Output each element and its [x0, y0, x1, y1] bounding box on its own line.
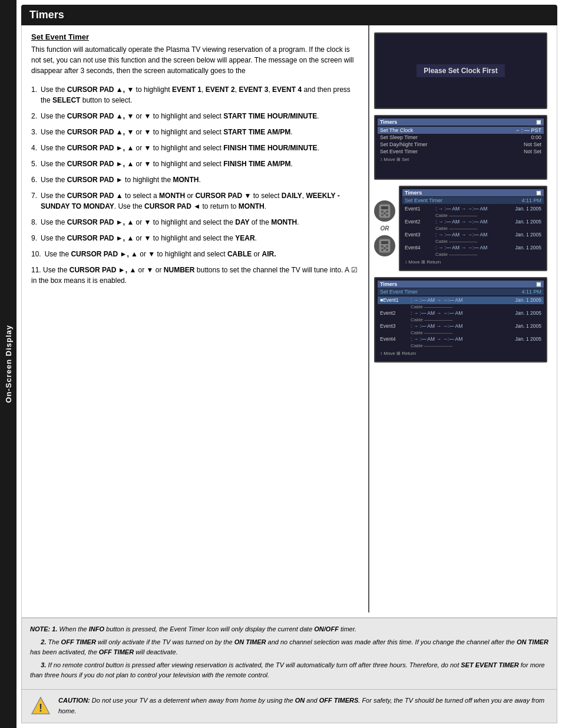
screen-2-icon: ▣	[536, 119, 541, 125]
screen-3-event-1: Event1 : → :— AM → →:— AM Jan. 1 2005	[402, 205, 544, 213]
svg-point-11	[381, 249, 384, 251]
or-icons-col: OR	[374, 200, 395, 256]
ev4h-label: Event4	[380, 336, 411, 342]
screen-2-panel: Timers ▣ Set The Clock → : — PST Set Sle…	[374, 115, 547, 180]
step-2-bold-1: CURSOR PAD ▲, ▼	[67, 112, 134, 120]
screen-4-subtitle-bar: Set Event Timer 4:11 PM	[378, 288, 544, 295]
step-1-text: Use the CURSOR PAD ▲, ▼ to highlight EVE…	[41, 84, 360, 106]
step-1-bold-5: EVENT 4	[272, 85, 302, 94]
step-11-text: 11. Use the CURSOR PAD ►, ▲ or ▼ or NUMB…	[31, 265, 360, 286]
ev3h-date: Jan. 1 2005	[515, 323, 541, 330]
note-3-text: If no remote control button is pressed a…	[30, 661, 545, 679]
step-10: Use the CURSOR PAD ►, ▲ or ▼ to highligh…	[31, 249, 360, 259]
step-5-bold-2: FINISH TIME AM/PM	[223, 160, 290, 168]
sidebar-label: On-Screen Display	[4, 325, 13, 403]
screen-3-cable-4: Cable ——————	[402, 252, 544, 257]
step-7: Use the CURSOR PAD ▲ to select a MONTH o…	[31, 190, 360, 212]
step-8-bold-2: DAY	[235, 218, 249, 226]
screen-4-title: Timers ▣	[378, 281, 544, 288]
content-wrapper: Set Event Timer This function will autom…	[21, 25, 557, 618]
text-column: Set Event Timer This function will autom…	[27, 25, 369, 612]
ev2-time: : → :— AM → →:— AM	[435, 219, 515, 225]
ev2-date: Jan. 1 2005	[515, 219, 541, 225]
row-3-value: Not Set	[524, 141, 541, 147]
step-7-bold-7: MONTH	[239, 202, 265, 210]
screen-4-icon: ▣	[536, 281, 541, 287]
remote-icon-2	[374, 235, 395, 256]
remote-icon-1	[374, 200, 395, 222]
step-10-bold-2: CABLE	[227, 250, 252, 258]
screen-3-event-4: Event4 : → :— AM → →:— AM Jan. 1 2005	[402, 244, 544, 252]
screen-4-cable-3: Cable ——————	[378, 330, 544, 335]
step-6-text: Use the CURSOR PAD ► to highlight the MO…	[41, 174, 360, 185]
screen-3-time: 4:11 PM	[521, 197, 541, 203]
screen-4-footer: ↕ Move ⊞ Return	[378, 350, 544, 357]
screen-4-event-2: Event2 : → :— AM → →:— AM Jan. 1 2005	[378, 309, 544, 317]
step-9: Use the CURSOR PAD ►, ▲ or ▼ to highligh…	[31, 233, 360, 243]
ev3h-label: Event3	[380, 323, 411, 330]
screen-2-row-4: Set Event Timer Not Set	[378, 148, 544, 155]
screen-3-cable-3: Cable ——————	[402, 239, 544, 244]
row-4-value: Not Set	[524, 149, 541, 154]
row-1-label: Set The Clock	[380, 127, 413, 133]
screen-3-event-2: Event2 : → :— AM → →:— AM Jan. 1 2005	[402, 218, 544, 226]
step-1-bold-6: SELECT	[52, 96, 80, 104]
note-1-text: When the INFO button is pressed, the Eve…	[59, 625, 357, 633]
note-2: 2. The OFF TIMER will only activate if t…	[30, 637, 548, 658]
screen-4-subtitle: Set Event Timer	[380, 289, 418, 295]
svg-point-13	[384, 247, 386, 249]
ev4-label: Event4	[405, 245, 435, 251]
svg-point-5	[386, 214, 388, 216]
panel-or-section: OR	[374, 186, 547, 271]
step-5-text: Use the CURSOR PAD ►, ▲ or ▼ to highligh…	[41, 159, 360, 169]
ev4-date: Jan. 1 2005	[515, 245, 541, 251]
step-4-bold-1: CURSOR PAD ►, ▲	[67, 144, 134, 152]
row-2-label: Set Sleep Timer	[380, 134, 418, 140]
note-2-num: 2.	[41, 638, 46, 645]
step-4: Use the CURSOR PAD ►, ▲ or ▼ to highligh…	[31, 143, 360, 153]
step-10-bold-1: CURSOR PAD ►, ▲	[71, 250, 138, 258]
row-1-value: → : — PST	[514, 127, 541, 133]
step-9-bold-2: YEAR	[235, 234, 254, 242]
screen-4-event-1: ■Event1 : → :— AM → →:— AM Jan. 1 2005	[378, 297, 544, 304]
ev2-label: Event2	[405, 219, 435, 225]
step-7-bold-6: CURSOR PAD ◄	[144, 202, 200, 210]
note-2-text: The OFF TIMER will only activate if the …	[30, 638, 548, 656]
row-3-label: Set Day/Night Timer	[380, 141, 428, 147]
ev3-time: : → :— AM → →:— AM	[435, 232, 515, 238]
sidebar: On-Screen Display	[0, 0, 16, 728]
svg-rect-8	[381, 241, 388, 244]
screen-3-cable-1: Cable ——————	[402, 213, 544, 218]
step-7-bold-1: CURSOR PAD ▲	[67, 192, 123, 200]
step-7-text: Use the CURSOR PAD ▲ to select a MONTH o…	[41, 190, 360, 212]
screen-3-subtitle-bar: Set Event Timer 4:11 PM	[402, 197, 544, 204]
step-8-bold-3: MONTH	[271, 218, 297, 226]
caution-body: Do not use your TV as a deterrent when a…	[58, 697, 544, 714]
step-6: Use the CURSOR PAD ► to highlight the MO…	[31, 174, 360, 185]
ev4h-date: Jan. 1 2005	[515, 336, 541, 342]
svg-point-10	[386, 245, 388, 248]
screen-2-title-text: Timers	[380, 119, 397, 125]
ev1-date: Jan. 1 2005	[515, 206, 541, 212]
screen-4-cable-1: Cable ——————	[378, 304, 544, 309]
caution-section: ! CAUTION: Do not use your TV as a deter…	[21, 690, 557, 723]
step-1-bold-4: EVENT 3	[239, 85, 268, 94]
screen-1-panel: Please Set Clock First	[374, 32, 547, 109]
screen-2-row-2: Set Sleep Timer 0:00	[378, 134, 544, 141]
title-bar: Timers	[21, 5, 557, 25]
step-5: Use the CURSOR PAD ►, ▲ or ▼ to highligh…	[31, 159, 360, 169]
step-7-bold-3: CURSOR PAD ▼	[195, 192, 251, 200]
step-3: Use the CURSOR PAD ▲, ▼ or ▼ to highligh…	[31, 127, 360, 137]
step-8: Use the CURSOR PAD ►, ▲ or ▼ to highligh…	[31, 217, 360, 228]
screen-4-title-text: Timers	[380, 281, 397, 287]
note-1: NOTE: 1. When the INFO button is pressed…	[30, 624, 548, 635]
step-8-text: Use the CURSOR PAD ►, ▲ or ▼ to highligh…	[41, 217, 360, 228]
svg-text:!: !	[39, 702, 42, 714]
step-7-bold-2: MONTH	[159, 192, 185, 200]
section-heading: Set Event Timer	[31, 32, 360, 41]
caution-label: CAUTION:	[58, 697, 90, 704]
step-8-bold-1: CURSOR PAD ►, ▲	[67, 218, 134, 226]
screen-3-title-text: Timers	[405, 190, 422, 196]
step-10-text: Use the CURSOR PAD ►, ▲ or ▼ to highligh…	[45, 249, 360, 259]
step-7-bold-4: DAILY	[282, 192, 302, 200]
